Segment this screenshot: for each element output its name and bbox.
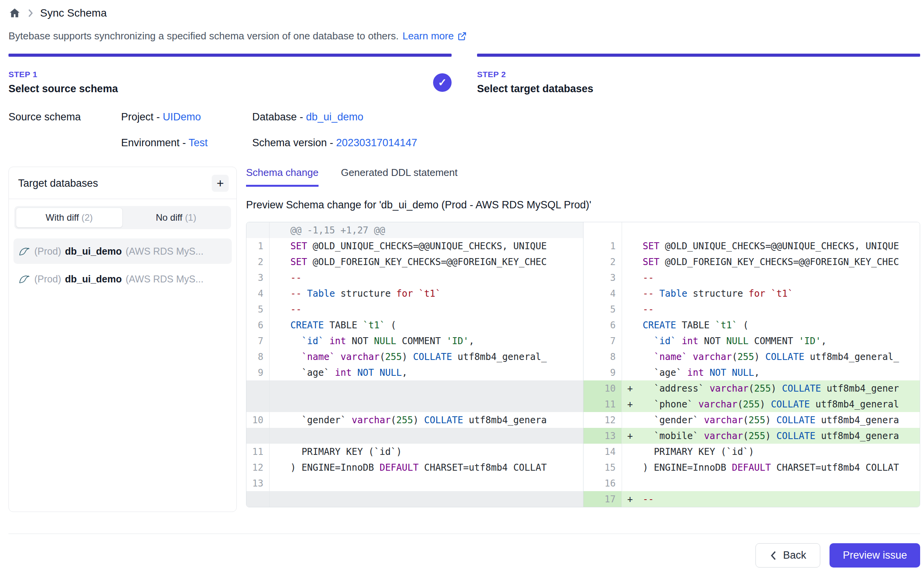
main-area: Target databases + With diff (2) No diff… [8, 167, 920, 512]
step1-progress-bar [8, 54, 452, 57]
step1-label: STEP 1 [8, 70, 118, 79]
learn-more-link[interactable]: Learn more [403, 30, 467, 42]
line-number [246, 380, 270, 396]
database-instance: (AWS RDS MyS... [126, 274, 204, 285]
page-title: Sync Schema [40, 7, 107, 19]
diff-row: 3-- [246, 270, 583, 286]
line-number [246, 491, 270, 507]
code-line: -- [270, 270, 583, 286]
preview-issue-button[interactable]: Preview issue [830, 543, 920, 568]
code-line: + `address` varchar(255) COLLATE utf8mb4… [622, 380, 920, 396]
added-line-marker: + [627, 383, 633, 394]
database-list-item[interactable]: (Prod) db_ui_demo (AWS RDS MyS... [13, 238, 232, 264]
diff-row: 7 `id` int NOT NULL COMMENT 'ID', [583, 333, 920, 349]
diff-row: 11 PRIMARY KEY (`id`) [246, 444, 583, 460]
code-line: + `mobile` varchar(255) COLLATE utf8mb4_… [622, 428, 920, 444]
schema-version-link[interactable]: 20230317014147 [336, 137, 417, 149]
diff-row: @@ -1,15 +1,27 @@ [246, 222, 583, 238]
home-icon[interactable] [8, 7, 21, 19]
diff-row: 1SET @OLD_UNIQUE_CHECKS=@@UNIQUE_CHECKS,… [583, 238, 920, 254]
line-number: 11 [246, 444, 270, 460]
step-progress-bars [8, 54, 920, 57]
diff-row: 12) ENGINE=InnoDB DEFAULT CHARSET=utf8mb… [246, 460, 583, 475]
diff-row: 10+ `address` varchar(255) COLLATE utf8m… [583, 380, 920, 396]
diff-row: 15) ENGINE=InnoDB DEFAULT CHARSET=utf8mb… [583, 460, 920, 475]
database-name: db_ui_demo [65, 274, 121, 285]
diff-row: 2SET @OLD_FOREIGN_KEY_CHECKS=@@FOREIGN_K… [246, 254, 583, 270]
line-number: 6 [583, 317, 622, 333]
diff-row [246, 428, 583, 444]
sync-schema-page: Sync Schema Bytebase supports synchroniz… [0, 0, 924, 571]
environment-link[interactable]: Test [189, 137, 208, 149]
tab-no-diff[interactable]: No diff (1) [123, 208, 229, 228]
code-line: -- Table structure for `t1` [622, 286, 920, 301]
code-line: SET @OLD_FOREIGN_KEY_CHECKS=@@FOREIGN_KE… [622, 254, 920, 270]
line-number: 9 [583, 365, 622, 380]
schema-diff-view: @@ -1,15 +1,27 @@1SET @OLD_UNIQUE_CHECKS… [246, 222, 920, 507]
line-number: 10 [583, 380, 622, 396]
step-2: STEP 2 Select target databases [477, 70, 920, 95]
diff-row: 9 `age` int NOT NULL, [246, 365, 583, 380]
line-number: 7 [246, 333, 270, 349]
project-field: Project - UIDemo [121, 111, 252, 123]
diff-row: 2SET @OLD_FOREIGN_KEY_CHECKS=@@FOREIGN_K… [583, 254, 920, 270]
database-link[interactable]: db_ui_demo [306, 111, 364, 123]
tab-generated-ddl[interactable]: Generated DDL statement [341, 167, 458, 187]
external-link-icon [457, 31, 467, 41]
code-line [270, 491, 583, 507]
added-line-marker: + [627, 431, 633, 441]
mysql-icon [18, 273, 30, 285]
project-link[interactable]: UIDemo [163, 111, 201, 123]
database-name: db_ui_demo [65, 246, 121, 257]
line-number: 15 [583, 460, 622, 475]
diff-pane-target[interactable]: 1SET @OLD_UNIQUE_CHECKS=@@UNIQUE_CHECKS,… [583, 222, 920, 507]
line-number: 17 [583, 491, 622, 507]
added-line-marker: + [627, 494, 633, 505]
code-line [270, 396, 583, 412]
code-line: SET @OLD_UNIQUE_CHECKS=@@UNIQUE_CHECKS, … [270, 238, 583, 254]
code-line: + `phone` varchar(255) COLLATE utf8mb4_g… [622, 396, 920, 412]
steps-row: STEP 1 Select source schema ✓ STEP 2 Sel… [8, 70, 920, 95]
add-target-database-button[interactable]: + [212, 175, 229, 192]
tab-schema-change[interactable]: Schema change [246, 167, 319, 187]
diff-row: 12 `gender` varchar(255) COLLATE utf8mb4… [583, 412, 920, 428]
schema-version-field: Schema version - 20230317014147 [252, 137, 417, 149]
code-line: +-- [622, 491, 920, 507]
diff-row: 6CREATE TABLE `t1` ( [583, 317, 920, 333]
diff-pane-source[interactable]: @@ -1,15 +1,27 @@1SET @OLD_UNIQUE_CHECKS… [246, 222, 583, 507]
diff-row: 13+ `mobile` varchar(255) COLLATE utf8mb… [583, 428, 920, 444]
tab-with-diff[interactable]: With diff (2) [16, 208, 123, 228]
line-number [583, 222, 622, 238]
code-line [270, 428, 583, 444]
diff-row: 8 `name` varchar(255) COLLATE utf8mb4_ge… [583, 349, 920, 365]
code-line: `age` int NOT NULL, [270, 365, 583, 380]
code-line: CREATE TABLE `t1` ( [622, 317, 920, 333]
back-button[interactable]: Back [755, 543, 820, 568]
code-line: SET @OLD_UNIQUE_CHECKS=@@UNIQUE_CHECKS, … [622, 238, 920, 254]
line-number: 4 [583, 286, 622, 301]
intro-description: Bytebase supports synchronizing a specif… [8, 30, 399, 42]
preview-title: Preview Schema change for 'db_ui_demo (P… [246, 199, 920, 211]
database-environment: (Prod) [34, 246, 61, 257]
source-schema-summary: Source schema Project - UIDemo Database … [8, 111, 920, 149]
database-list-item[interactable]: (Prod) db_ui_demo (AWS RDS MyS... [13, 266, 232, 292]
code-line: `age` int NOT NULL, [622, 365, 920, 380]
diff-row [583, 222, 920, 238]
added-line-marker: + [627, 399, 633, 410]
code-line: ) ENGINE=InnoDB DEFAULT CHARSET=utf8mb4 … [270, 460, 583, 475]
code-line: -- [270, 301, 583, 317]
code-line: CREATE TABLE `t1` ( [270, 317, 583, 333]
intro-text: Bytebase supports synchronizing a specif… [8, 30, 920, 42]
code-line: PRIMARY KEY (`id`) [270, 444, 583, 460]
line-number: 16 [583, 475, 622, 491]
diff-row: 6CREATE TABLE `t1` ( [246, 317, 583, 333]
diff-row: 10 `gender` varchar(255) COLLATE utf8mb4… [246, 412, 583, 428]
line-number: 6 [246, 317, 270, 333]
diff-row: 3-- [583, 270, 920, 286]
code-line: ) ENGINE=InnoDB DEFAULT CHARSET=utf8mb4 … [622, 460, 920, 475]
step1-completed-check-icon: ✓ [433, 73, 452, 92]
diff-row: 13 [246, 475, 583, 491]
diff-row: 7 `id` int NOT NULL COMMENT 'ID', [246, 333, 583, 349]
line-number: 1 [583, 238, 622, 254]
target-database-list: (Prod) db_ui_demo (AWS RDS MyS... (Prod)… [9, 232, 236, 296]
